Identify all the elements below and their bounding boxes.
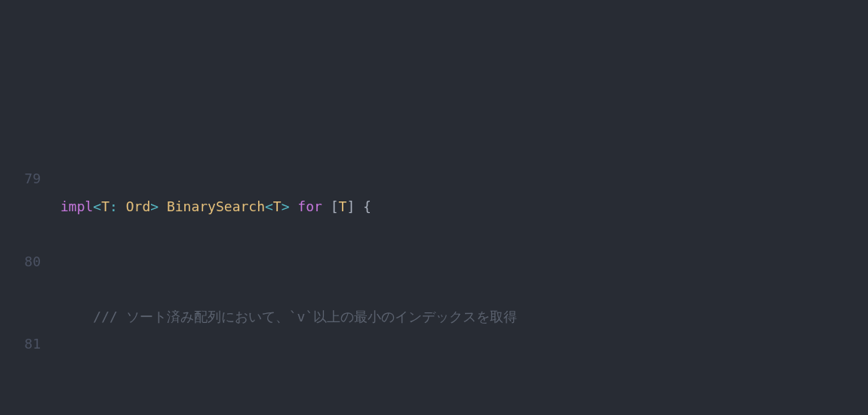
line-number: 79 [0, 165, 41, 193]
line-number: 80 [0, 248, 41, 276]
code-area[interactable]: impl<T: Ord> BinarySearch<T> for [T] { /… [60, 110, 868, 415]
trait-ord: Ord [126, 198, 151, 214]
code-line[interactable]: /// ソート済み配列において、`v`以上の最小のインデックスを取得 [60, 303, 868, 331]
line-number-gutter: 79 80 81 82 83 84 85 86 87 88 89 90 91 9… [0, 110, 60, 415]
keyword-for: for [297, 198, 322, 214]
keyword-impl: impl [60, 198, 93, 214]
doc-comment: /// ソート済み配列において、`v`以上の最小のインデックスを取得 [93, 309, 517, 324]
trait-binarysearch: BinarySearch [167, 198, 265, 214]
code-editor[interactable]: 79 80 81 82 83 84 85 86 87 88 89 90 91 9… [0, 110, 868, 415]
type-param: T [101, 198, 109, 214]
line-number: 81 [0, 330, 41, 358]
code-line[interactable]: impl<T: Ord> BinarySearch<T> for [T] { [60, 193, 868, 221]
